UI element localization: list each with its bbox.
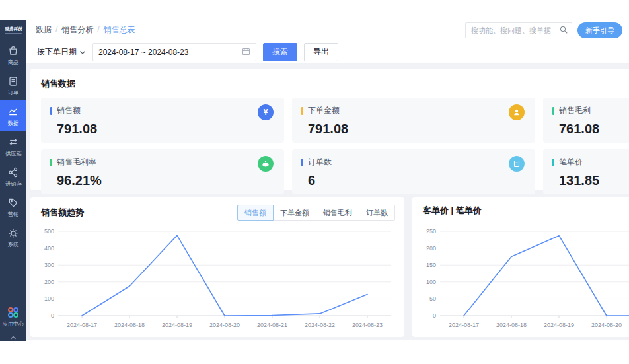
sidebar-item-label: 应用中心 — [2, 320, 24, 326]
document-icon — [509, 156, 525, 172]
svg-text:500: 500 — [44, 228, 54, 235]
date-type-label: 按下单日期 — [37, 46, 77, 57]
beginner-guide-button[interactable]: 新手引导 — [577, 22, 622, 38]
sidebar: 璇贵科技 商品 订单 数据 — [0, 20, 26, 341]
accent-bar — [552, 159, 554, 166]
svg-text:2024-08-20: 2024-08-20 — [591, 322, 622, 328]
sidebar-item-orders[interactable]: 订单 — [0, 70, 26, 100]
app-center-icon — [7, 306, 20, 319]
dashboard-page: 璇贵科技 商品 订单 数据 — [0, 0, 629, 364]
tab-gross-profit[interactable]: 销售毛利 — [316, 205, 359, 221]
svg-text:50: 50 — [429, 295, 436, 302]
logo-subtext-bar — [5, 33, 22, 34]
person-icon — [509, 104, 525, 120]
stat-value: 791.08 — [57, 122, 275, 137]
search-input[interactable] — [465, 22, 572, 38]
yuan-icon: ¥ — [258, 104, 274, 120]
sidebar-collapse-button[interactable] — [0, 333, 26, 341]
moneybag-icon — [258, 156, 274, 172]
search-icon[interactable] — [559, 25, 568, 37]
svg-text:0: 0 — [433, 312, 436, 319]
chart-metric-tabs: 销售额 下单金额 销售毛利 订单数 — [237, 205, 395, 221]
breadcrumb-item[interactable]: 数据 — [36, 24, 52, 36]
svg-text:2024-08-23: 2024-08-23 — [352, 322, 383, 328]
sidebar-item-products[interactable]: 商品 — [0, 40, 26, 70]
svg-text:300: 300 — [44, 262, 54, 268]
sidebar-item-label: 系统 — [8, 241, 19, 247]
svg-text:2024-08-19: 2024-08-19 — [544, 322, 574, 328]
section-title: 销售数据 — [41, 78, 629, 90]
svg-text:150: 150 — [426, 262, 436, 268]
sidebar-item-supply-chain[interactable]: 供应链 — [0, 131, 26, 161]
sales-data-panel: 销售数据 销售额 ¥ 791.08 下单金额 — [30, 69, 629, 190]
unit-price-chart-panel: 客单价 | 笔单价 0501001502002502024-08-172024-… — [412, 197, 629, 337]
date-type-select[interactable]: 按下单日期 — [37, 46, 86, 57]
stat-value: 131.85 — [559, 173, 629, 188]
export-button[interactable]: 导出 — [304, 43, 338, 61]
accent-bar — [50, 107, 52, 115]
svg-text:200: 200 — [426, 245, 436, 252]
stat-value: 6 — [308, 173, 526, 188]
sidebar-item-label: 供应链 — [5, 150, 22, 156]
chart-title: 客单价 | 笔单价 — [423, 205, 482, 217]
svg-text:2024-08-18: 2024-08-18 — [114, 322, 145, 328]
stat-value: 791.08 — [308, 122, 526, 137]
sidebar-item-app-center[interactable]: 应用中心 — [0, 301, 26, 332]
breadcrumb-separator: / — [97, 25, 99, 34]
svg-text:100: 100 — [426, 279, 436, 285]
breadcrumb-item[interactable]: 销售分析 — [61, 24, 93, 36]
filter-bar: 按下单日期 2024-08-17 ~ 2024-08-23 搜索 导出 — [26, 40, 629, 63]
search-button[interactable]: 搜索 — [263, 43, 297, 61]
svg-text:2024-08-22: 2024-08-22 — [305, 322, 335, 328]
order-icon — [7, 75, 19, 87]
unit-price-line-chart: 0501001502002502024-08-172024-08-182024-… — [418, 225, 629, 332]
sidebar-item-marketing[interactable]: 营销 — [0, 192, 26, 222]
stat-card-order-amount: 下单金额 791.08 — [292, 98, 535, 143]
stat-card-order-count: 订单数 6 — [292, 149, 535, 194]
stat-label: 下单金额 — [308, 105, 340, 116]
svg-text:250: 250 — [426, 228, 436, 235]
sidebar-item-label: 营销 — [8, 211, 19, 217]
sidebar-item-label: 订单 — [8, 89, 19, 95]
accent-bar — [301, 107, 303, 115]
stat-label: 笔单价 — [559, 157, 583, 168]
svg-text:2024-08-17: 2024-08-17 — [449, 322, 479, 328]
stat-card-gross-profit: 销售毛利 761.08 — [543, 98, 629, 143]
stat-label: 销售毛利 — [559, 105, 591, 116]
svg-text:2024-08-17: 2024-08-17 — [67, 322, 97, 328]
stat-label: 销售毛利率 — [57, 157, 96, 168]
logo: 璇贵科技 — [0, 20, 26, 40]
sidebar-item-inventory[interactable]: 进销存 — [0, 161, 26, 192]
chart-title: 销售额趋势 — [41, 207, 84, 219]
calendar-icon — [242, 47, 250, 57]
sidebar-item-data[interactable]: 数据 — [0, 100, 26, 131]
stats-grid: 销售额 ¥ 791.08 下单金额 — [41, 98, 629, 194]
svg-text:200: 200 — [44, 279, 54, 285]
breadcrumb-separator: / — [56, 25, 57, 34]
sidebar-item-system[interactable]: 系统 — [0, 222, 26, 252]
tab-order-amount[interactable]: 下单金额 — [273, 205, 316, 221]
date-range-input[interactable]: 2024-08-17 ~ 2024-08-23 — [92, 43, 256, 61]
tag-icon — [7, 197, 19, 209]
svg-text:2024-08-18: 2024-08-18 — [496, 322, 527, 328]
date-range-value: 2024-08-17 ~ 2024-08-23 — [98, 48, 242, 57]
stat-card-gross-margin: 销售毛利率 96.21% — [41, 149, 284, 194]
breadcrumb-current: 销售总表 — [104, 24, 135, 36]
sales-trend-chart-panel: 销售额趋势 销售额 下单金额 销售毛利 订单数 0100200300400500… — [30, 197, 404, 337]
header: 数据 / 销售分析 / 销售总表 新手引导 — [26, 20, 629, 40]
sidebar-item-label: 进销存 — [5, 180, 22, 186]
svg-text:100: 100 — [44, 295, 54, 302]
content-area: 销售数据 销售额 ¥ 791.08 下单金额 — [26, 63, 629, 340]
stat-card-per-order-price: 笔单价 131.85 — [543, 149, 629, 194]
supply-chain-icon — [7, 136, 19, 148]
tab-sales-amount[interactable]: 销售额 — [237, 205, 274, 221]
stat-label: 销售额 — [57, 105, 81, 116]
inventory-icon — [7, 166, 19, 178]
global-search — [465, 22, 572, 38]
gear-icon — [7, 227, 19, 239]
tab-order-count[interactable]: 订单数 — [359, 205, 395, 221]
chart-line-icon — [7, 106, 19, 118]
breadcrumb: 数据 / 销售分析 / 销售总表 — [36, 24, 135, 36]
svg-text:400: 400 — [44, 245, 54, 252]
header-right: 新手引导 — [465, 22, 622, 38]
